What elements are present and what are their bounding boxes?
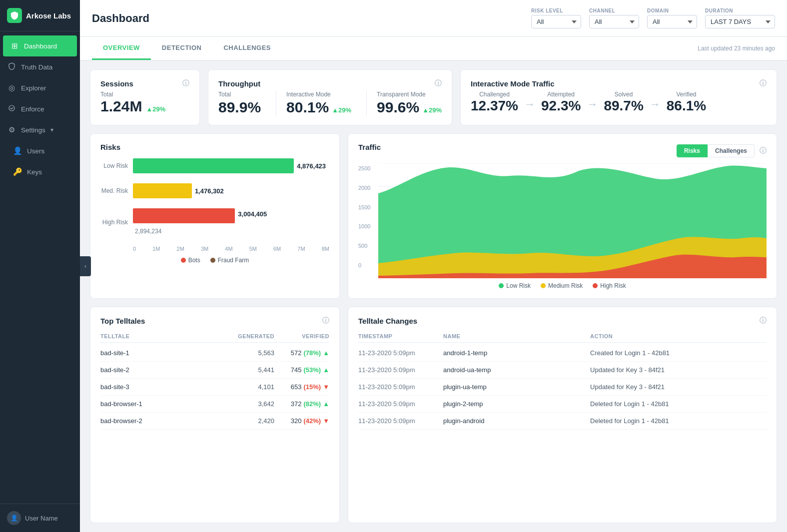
tab-challenges[interactable]: CHALLENGES bbox=[212, 37, 282, 60]
toggle-challenges-button[interactable]: Challenges bbox=[708, 144, 755, 157]
y-label-0: 0 bbox=[358, 262, 375, 268]
sidebar-collapse-button[interactable]: ‹ bbox=[80, 256, 91, 276]
tc-td-timestamp: 11-23-2020 5:09pm bbox=[358, 349, 443, 357]
telltales-table-body: bad-site-1 5,563 572 (78%) ▲ bad-site-2 … bbox=[100, 345, 329, 430]
sidebar-logo: Arkose Labs bbox=[0, 0, 80, 31]
sidebar-item-enforce[interactable]: Enforce bbox=[0, 98, 80, 119]
low-risk-legend-label: Low Risk bbox=[506, 282, 531, 289]
telltales-table-header: TELLTALE GENERATED VERIFIED bbox=[100, 330, 329, 343]
channel-label: CHANNEL bbox=[589, 8, 639, 13]
low-risk-legend: Low Risk bbox=[499, 282, 531, 289]
telltale-table-row: bad-site-2 5,441 745 (53%) ▲ bbox=[100, 362, 329, 379]
sessions-info-icon[interactable]: ⓘ bbox=[182, 79, 189, 88]
low-risk-label: Low Risk bbox=[100, 162, 133, 169]
y-label-1500: 1500 bbox=[358, 204, 375, 210]
sessions-total-label: Total bbox=[100, 91, 189, 98]
sidebar-item-label: Truth Data bbox=[21, 63, 52, 71]
traffic-info-icon[interactable]: ⓘ bbox=[760, 146, 767, 155]
sidebar-item-settings[interactable]: ⚙ Settings ▾ bbox=[0, 119, 80, 140]
risks-legend: Bots Fraud Farm bbox=[100, 257, 329, 264]
risks-title: Risks bbox=[100, 143, 329, 151]
toggle-risks-button[interactable]: Risks bbox=[677, 144, 708, 157]
avatar: 👤 bbox=[7, 511, 21, 525]
arrow-icon-2: → bbox=[581, 98, 604, 111]
traffic-title: Traffic bbox=[358, 143, 381, 151]
med-risk-bar bbox=[133, 183, 192, 198]
axis-0: 0 bbox=[133, 246, 136, 252]
filter-duration: DURATION LAST 7 DAYSLAST 30 DAYSLAST 90 … bbox=[705, 8, 775, 28]
sidebar-item-keys[interactable]: 🔑 Keys bbox=[0, 161, 80, 182]
top-telltales-info-icon[interactable]: ⓘ bbox=[322, 316, 329, 325]
telltale-changes-info-icon[interactable]: ⓘ bbox=[760, 316, 767, 325]
metric-cards-row: Sessions ⓘ Total 1.24M ▲29% Throughput ⓘ… bbox=[90, 69, 777, 125]
verified-pct: (42%) bbox=[303, 417, 321, 425]
tc-td-action: Updated for Key 3 - 84f21 bbox=[590, 383, 767, 391]
sidebar-item-truth-data[interactable]: Truth Data bbox=[0, 56, 80, 77]
tab-detection[interactable]: DETECTION bbox=[151, 37, 213, 60]
verified-pct: (78%) bbox=[303, 349, 321, 357]
telltale-table-row: bad-browser-2 2,420 320 (42%) ▼ bbox=[100, 413, 329, 430]
throughput-info-icon[interactable]: ⓘ bbox=[435, 79, 442, 88]
trend-arrow-icon: ▲ bbox=[323, 349, 329, 357]
tc-th-action: ACTION bbox=[590, 333, 767, 339]
sidebar-item-users[interactable]: 👤 Users bbox=[0, 140, 80, 161]
tc-th-name: NAME bbox=[443, 333, 590, 339]
channel-select[interactable]: AllWebMobile bbox=[589, 15, 639, 28]
risks-bar-chart: Low Risk 4,876,423 Med. Risk 1,476,302 bbox=[100, 158, 329, 264]
chart-axis: 0 1M 2M 3M 4M 5M 6M 7M 8M bbox=[100, 246, 329, 252]
high-risk-bar bbox=[133, 208, 235, 223]
bots-legend-label: Bots bbox=[188, 257, 200, 264]
y-label-1000: 1000 bbox=[358, 223, 375, 229]
tc-th-timestamp: TIMESTAMP bbox=[358, 333, 443, 339]
page-title: Dashboard bbox=[92, 12, 149, 25]
interactive-traffic-info-icon[interactable]: ⓘ bbox=[760, 79, 767, 88]
shield-icon bbox=[7, 62, 16, 71]
keys-icon: 🔑 bbox=[13, 167, 22, 176]
area-chart-container bbox=[378, 163, 767, 278]
risks-traffic-row: Risks Low Risk 4,876,423 Med. Risk bbox=[90, 133, 777, 299]
logo-text: Arkose Labs bbox=[26, 11, 71, 20]
axis-2m: 2M bbox=[177, 246, 184, 252]
td-verified: 320 (42%) ▼ bbox=[274, 417, 329, 425]
tab-overview[interactable]: OVERVIEW bbox=[92, 37, 151, 60]
td-telltale: bad-site-3 bbox=[100, 383, 229, 391]
y-label-2000: 2000 bbox=[358, 185, 375, 191]
chevron-down-icon: ▾ bbox=[50, 126, 53, 133]
verified-pct: (15%) bbox=[303, 383, 321, 391]
duration-select[interactable]: LAST 7 DAYSLAST 30 DAYSLAST 90 DAYS bbox=[705, 15, 775, 28]
interactive-traffic-card: Interactive Mode Traffic ⓘ Challenged 12… bbox=[460, 69, 777, 125]
sidebar-item-label: Users bbox=[27, 147, 44, 155]
verified-label: Verified bbox=[667, 91, 706, 98]
td-generated: 5,441 bbox=[229, 366, 274, 374]
enforce-icon bbox=[7, 104, 16, 113]
risk-level-select[interactable]: AllLowMediumHigh bbox=[531, 15, 581, 28]
tc-table-row: 11-23-2020 5:09pm plugin-ua-temp Updated… bbox=[358, 379, 767, 396]
domain-select[interactable]: All bbox=[647, 15, 697, 28]
traffic-toggle-buttons: Risks Challenges bbox=[677, 144, 755, 157]
td-generated: 3,642 bbox=[229, 400, 274, 408]
domain-label: DOMAIN bbox=[647, 8, 697, 13]
top-telltales-card: Top Telltales ⓘ TELLTALE GENERATED VERIF… bbox=[90, 307, 340, 523]
y-label-2500: 2500 bbox=[358, 165, 375, 171]
settings-icon: ⚙ bbox=[7, 125, 16, 134]
fraud-farm-legend-item: Fraud Farm bbox=[210, 257, 249, 264]
throughput-total-label: Total bbox=[218, 91, 261, 98]
th-generated: GENERATED bbox=[229, 333, 274, 339]
interactive-traffic-title: Interactive Mode Traffic bbox=[471, 79, 555, 88]
td-verified: 653 (15%) ▼ bbox=[274, 383, 329, 391]
low-risk-bar bbox=[133, 158, 294, 173]
medium-risk-legend-label: Medium Risk bbox=[548, 282, 583, 289]
sidebar-item-dashboard[interactable]: ⊞ Dashboard bbox=[3, 35, 77, 56]
medium-risk-legend: Medium Risk bbox=[541, 282, 583, 289]
telltale-changes-card: Telltale Changes ⓘ TIMESTAMP NAME ACTION… bbox=[348, 307, 777, 523]
verified-pct: (82%) bbox=[303, 400, 321, 408]
sidebar: Arkose Labs ⊞ Dashboard Truth Data ◎ Exp… bbox=[0, 0, 80, 532]
throughput-card: Throughput ⓘ Total 89.9% Interactive Mod… bbox=[208, 69, 452, 125]
td-verified: 745 (53%) ▲ bbox=[274, 366, 329, 374]
arrow-icon-3: → bbox=[644, 98, 667, 111]
axis-3m: 3M bbox=[201, 246, 208, 252]
sessions-card-title: Sessions bbox=[100, 79, 133, 88]
sidebar-item-label: Dashboard bbox=[24, 42, 57, 50]
sidebar-item-explorer[interactable]: ◎ Explorer bbox=[0, 77, 80, 98]
sidebar-item-label: Explorer bbox=[21, 84, 46, 92]
